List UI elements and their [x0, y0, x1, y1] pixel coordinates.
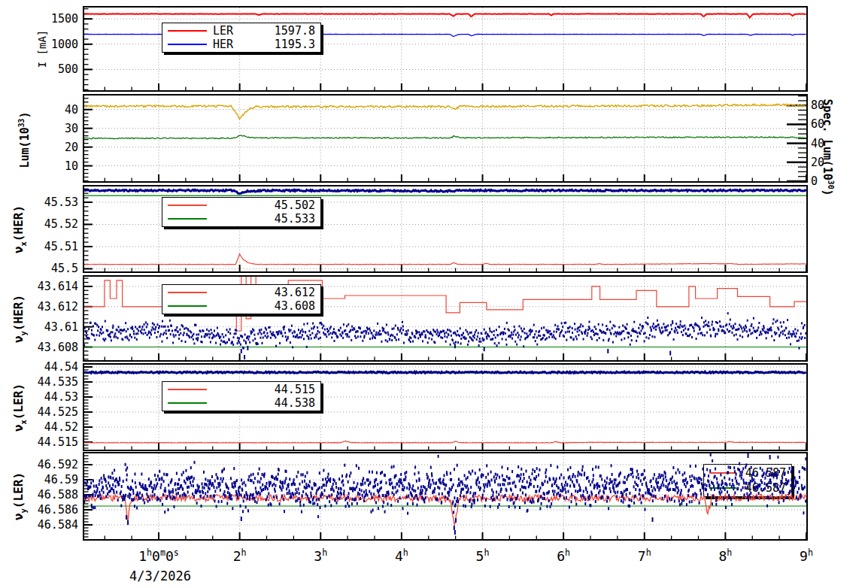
legend-box: 43.61243.608 — [162, 284, 321, 314]
x-tick-label: 9h — [765, 544, 848, 565]
legend-value: 45.502 — [275, 199, 315, 212]
legend-entry: 43.612 — [168, 286, 315, 299]
legend-entry: 44.515 — [168, 383, 315, 396]
legend-entry: HER1195.3 — [168, 38, 315, 51]
accelerator-tune-monitor-chart: LER1597.8HER1195.3 45.50245.533 43.61243… — [0, 0, 868, 588]
legend-value: 43.608 — [275, 299, 315, 313]
superscript: m — [160, 547, 165, 558]
panel-nu-x-ler: 44.51544.538 — [83, 363, 808, 451]
superscript: h — [484, 547, 489, 558]
legend-color-sample — [168, 389, 207, 390]
legend-value: 44.515 — [275, 383, 315, 396]
legend-value: 1195.3 — [275, 38, 315, 51]
legend-color-sample — [168, 44, 207, 45]
y-tick-label: 1000 — [15, 38, 78, 51]
superscript: s — [174, 547, 179, 558]
x-axis-date: 4/3/2026 — [111, 568, 209, 583]
y-tick-label: 44.525 — [15, 405, 78, 419]
right-tick-label: 60 — [811, 117, 844, 131]
legend-value: 45.533 — [275, 212, 315, 226]
x-tick-label: 1h0m0s — [117, 544, 200, 565]
panel-beam-current: LER1597.8HER1195.3 — [83, 6, 808, 92]
y-tick-label: 46.588 — [15, 488, 78, 502]
x-tick-label: 2h — [199, 544, 281, 565]
legend-color-sample — [168, 205, 207, 206]
y-tick-label: 10 — [15, 159, 78, 173]
x-tick-label: 8h — [684, 544, 766, 565]
right-tick-label: 20 — [811, 156, 844, 169]
legend-value: 1597.8 — [275, 24, 315, 38]
y-tick-label: 43.614 — [15, 280, 78, 293]
y-tick-label: 1500 — [15, 12, 78, 26]
y-tick-label: 500 — [15, 62, 78, 76]
legend-color-sample — [168, 292, 207, 293]
y-tick-label: 45.53 — [15, 195, 78, 209]
y-tick-label: 44.52 — [15, 420, 78, 434]
y-tick-label: 45.5 — [15, 262, 78, 275]
series-line — [84, 135, 806, 139]
y-tick-label: 40 — [15, 103, 78, 117]
y-tick-label: 46.592 — [15, 458, 78, 471]
right-tick-label: 80 — [811, 99, 844, 112]
y-tick-label: 45.51 — [15, 240, 78, 253]
y-tick-label: 45.52 — [15, 217, 78, 231]
legend-label: HER — [213, 38, 233, 51]
superscript: h — [147, 547, 152, 558]
y-tick-label: 44.54 — [15, 360, 78, 374]
legend-color-sample — [168, 305, 207, 307]
plot-area-luminosity — [84, 95, 806, 181]
legend-entry: 44.538 — [168, 396, 315, 410]
legend-box: LER1597.8HER1195.3 — [162, 23, 321, 53]
legend-color-sample — [168, 402, 207, 404]
series-line — [84, 14, 806, 17]
legend-box: 45.50245.533 — [162, 197, 321, 227]
superscript: h — [322, 547, 327, 558]
y-tick-label: 44.515 — [15, 435, 78, 449]
x-tick-label: 4h — [360, 544, 443, 565]
y-tick-label: 20 — [15, 141, 78, 154]
panel-nu-y-her: 43.61243.608 — [83, 275, 808, 362]
superscript: h — [646, 547, 651, 558]
x-tick-label: 6h — [522, 544, 605, 565]
superscript: h — [403, 547, 408, 558]
legend-value: 44.538 — [275, 396, 315, 410]
y-tick-label: 30 — [15, 122, 78, 135]
legend-entry: 45.502 — [168, 199, 315, 212]
series-scatter — [84, 312, 806, 359]
legend-color-sample — [168, 30, 207, 32]
plot-area-nu-y-LER — [84, 453, 806, 539]
superscript: h — [565, 547, 570, 558]
legend-entry: 43.608 — [168, 299, 315, 313]
series-line — [84, 189, 806, 193]
panel-luminosity — [83, 94, 808, 183]
right-tick-label: 0 — [811, 174, 844, 188]
legend-box: 44.51544.538 — [162, 381, 321, 411]
y-tick-label: 43.608 — [15, 341, 78, 354]
legend-label: LER — [213, 24, 233, 38]
series-line — [84, 254, 806, 265]
series-line — [84, 371, 806, 373]
superscript: h — [241, 547, 247, 558]
series-scatter — [84, 453, 806, 535]
x-tick-label: 3h — [279, 544, 362, 565]
series-line — [84, 441, 806, 443]
y-tick-label: 44.535 — [15, 375, 78, 389]
legend-entry: 45.533 — [168, 212, 315, 226]
y-tick-label: 43.61 — [15, 320, 78, 334]
x-tick-label: 5h — [442, 544, 524, 565]
legend-value: 43.612 — [275, 286, 315, 299]
y-tick-label: 46.586 — [15, 503, 78, 517]
y-tick-label: 43.612 — [15, 300, 78, 314]
legend-entry: LER1597.8 — [168, 24, 315, 38]
y-tick-label: 44.53 — [15, 390, 78, 404]
superscript: h — [808, 547, 813, 558]
panel-nu-y-ler: 46.58746.587 — [83, 452, 808, 541]
y-tick-label: 46.59 — [15, 473, 78, 486]
x-tick-label: 7h — [603, 544, 686, 565]
panel-nu-x-her: 45.50245.533 — [83, 185, 808, 273]
series-line — [84, 104, 806, 119]
right-tick-label: 40 — [811, 137, 844, 150]
y-tick-label: 46.584 — [15, 518, 78, 532]
superscript: h — [727, 547, 732, 558]
legend-color-sample — [168, 218, 207, 220]
